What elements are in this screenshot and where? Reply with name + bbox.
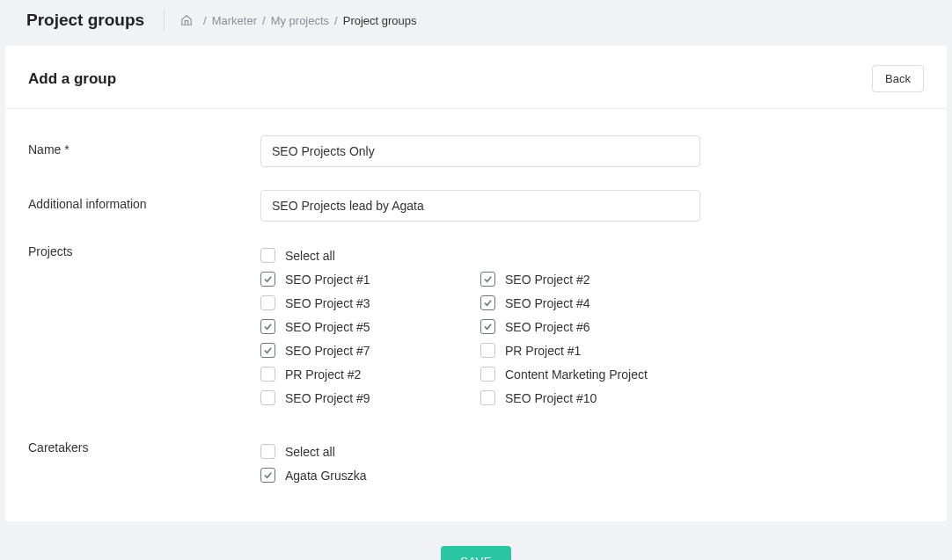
list-item[interactable]: PR Project #1 (480, 343, 700, 358)
checkbox-label: SEO Project #10 (505, 391, 597, 405)
checkbox-label: SEO Project #4 (505, 296, 590, 310)
checkbox-icon (260, 248, 275, 263)
checkbox-label: SEO Project #3 (285, 296, 370, 310)
checkbox-icon (260, 444, 275, 459)
checkbox-label: SEO Project #1 (285, 273, 370, 287)
checkbox-icon (480, 343, 495, 358)
list-item[interactable]: SEO Project #7 (260, 343, 480, 358)
checkbox-icon (260, 367, 275, 382)
breadcrumb-separator: / (334, 14, 338, 27)
checkbox-icon (260, 319, 275, 334)
name-input[interactable] (260, 135, 700, 167)
checkbox-icon (480, 295, 495, 310)
checkbox-icon (260, 295, 275, 310)
checkbox-icon (480, 367, 495, 382)
checkbox-label: SEO Project #2 (505, 273, 590, 287)
info-input[interactable] (260, 190, 700, 222)
breadcrumb-current: Project groups (343, 14, 417, 27)
breadcrumb-marketer[interactable]: Marketer (212, 14, 257, 27)
list-item[interactable]: SEO Project #10 (480, 390, 700, 405)
list-item[interactable]: Content Marketing Project (480, 367, 700, 382)
breadcrumb: / Marketer / My projects / Project group… (180, 14, 416, 27)
list-item[interactable]: SEO Project #2 (480, 272, 700, 287)
select-all-label: Select all (285, 249, 335, 263)
list-item[interactable]: SEO Project #3 (260, 295, 480, 310)
list-item[interactable]: SEO Project #9 (260, 390, 480, 405)
list-item[interactable]: Agata Gruszka (260, 468, 924, 483)
projects-label: Projects (28, 244, 260, 258)
checkbox-icon (260, 390, 275, 405)
save-button[interactable]: SAVE (441, 546, 511, 560)
checkbox-icon (480, 272, 495, 287)
select-all-label: Select all (285, 445, 335, 459)
list-item[interactable]: SEO Project #6 (480, 319, 700, 334)
checkbox-label: SEO Project #6 (505, 320, 590, 334)
card-title: Add a group (28, 70, 116, 88)
form-row-projects: Projects Select all SEO Project #1SEO Pr… (5, 222, 947, 414)
form-row-caretakers: Caretakers Select all Agata Gruszka (5, 414, 947, 491)
home-icon[interactable] (180, 14, 193, 26)
checkbox-icon (480, 390, 495, 405)
save-bar: SAVE (0, 530, 952, 560)
form-row-info: Additional information (5, 167, 947, 222)
checkbox-icon (260, 343, 275, 358)
checkbox-icon (260, 272, 275, 287)
breadcrumb-separator: / (262, 14, 266, 27)
list-item[interactable]: SEO Project #4 (480, 295, 700, 310)
caretakers-label: Caretakers (28, 440, 260, 455)
checkbox-label: Content Marketing Project (505, 367, 648, 382)
checkbox-label: PR Project #1 (505, 344, 581, 358)
list-item[interactable]: SEO Project #1 (260, 272, 480, 287)
checkbox-label: SEO Project #7 (285, 344, 370, 358)
caretakers-select-all[interactable]: Select all (260, 444, 924, 459)
checkbox-label: SEO Project #5 (285, 320, 370, 334)
checkbox-label: PR Project #2 (285, 367, 361, 382)
info-label: Additional information (28, 190, 260, 211)
projects-grid: SEO Project #1SEO Project #2SEO Project … (260, 272, 924, 414)
name-label: Name * (28, 135, 260, 156)
checkbox-label: Agata Gruszka (285, 469, 367, 483)
checkbox-icon (480, 319, 495, 334)
caretakers-list: Agata Gruszka (260, 468, 924, 483)
breadcrumb-my-projects[interactable]: My projects (271, 14, 329, 27)
form-row-name: Name * (5, 109, 947, 167)
card-header: Add a group Back (5, 46, 947, 109)
checkbox-label: SEO Project #9 (285, 391, 370, 405)
list-item[interactable]: PR Project #2 (260, 367, 480, 382)
checkbox-icon (260, 468, 275, 483)
breadcrumb-separator: / (203, 14, 207, 27)
form-card: Add a group Back Name * Additional infor… (5, 46, 947, 521)
list-item[interactable]: SEO Project #5 (260, 319, 480, 334)
back-button[interactable]: Back (872, 65, 924, 92)
projects-select-all[interactable]: Select all (260, 248, 924, 263)
page-title: Project groups (26, 11, 144, 30)
top-bar: Project groups / Marketer / My projects … (0, 0, 952, 46)
vertical-divider (164, 9, 165, 32)
